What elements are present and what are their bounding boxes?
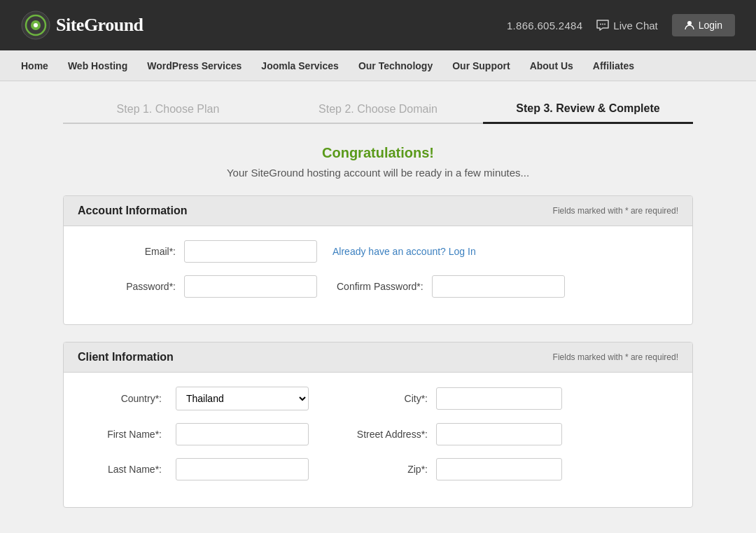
congrats-title: Congratulations! [28, 145, 728, 161]
nav-our-technology[interactable]: Our Technology [358, 60, 433, 71]
street-address-input[interactable] [436, 423, 562, 445]
step-3: Step 3. Review & Complete [483, 102, 693, 124]
step-2: Step 2. Choose Domain [273, 103, 483, 124]
account-note: Fields marked with * are required! [553, 206, 678, 216]
country-select[interactable]: Thailand United States United Kingdom Ge… [176, 387, 309, 410]
chat-icon [596, 20, 609, 31]
client-section: Client Information Fields marked with * … [63, 342, 693, 508]
confirm-password-label: Confirm Password*: [337, 281, 424, 292]
nav-our-support[interactable]: Our Support [452, 60, 510, 71]
city-group: City*: [337, 387, 562, 410]
country-label: Country*: [78, 393, 162, 404]
header: SiteGround 1.866.605.2484 Live Chat Logi… [0, 0, 756, 50]
first-name-input[interactable] [176, 423, 309, 445]
login-link[interactable]: Already have an account? Log In [332, 246, 476, 257]
svg-point-7 [687, 21, 692, 25]
nav-joomla-services[interactable]: Joomla Services [261, 60, 339, 71]
client-body: Country*: Thailand United States United … [64, 373, 692, 507]
account-section: Account Information Fields marked with *… [63, 195, 693, 325]
nav-wordpress-services[interactable]: WordPress Services [147, 60, 241, 71]
steps-bar: Step 1. Choose Plan Step 2. Choose Domai… [63, 102, 693, 124]
email-label: Email*: [78, 246, 176, 257]
password-input[interactable] [184, 275, 317, 298]
login-button[interactable]: Login [672, 14, 735, 36]
client-title: Client Information [78, 351, 174, 364]
zip-input[interactable] [436, 458, 562, 480]
confirm-password-input[interactable] [432, 275, 565, 298]
country-city-row: Country*: Thailand United States United … [78, 387, 678, 410]
nav-web-hosting[interactable]: Web Hosting [68, 60, 127, 71]
account-title: Account Information [78, 205, 187, 217]
main-nav: Home Web Hosting WordPress Services Joom… [0, 50, 756, 81]
logo-icon [21, 11, 50, 40]
login-label: Login [699, 20, 722, 31]
phone-number: 1.866.605.2484 [507, 20, 582, 32]
account-body: Email*: Already have an account? Log In … [64, 226, 692, 324]
svg-point-6 [604, 24, 606, 25]
main-content: Step 1. Choose Plan Step 2. Choose Domai… [0, 81, 756, 533]
header-right: 1.866.605.2484 Live Chat Login [507, 14, 735, 36]
live-chat-button[interactable]: Live Chat [596, 20, 657, 32]
first-name-label: First Name*: [78, 429, 162, 440]
email-row: Email*: Already have an account? Log In [78, 240, 678, 263]
email-input[interactable] [184, 240, 317, 263]
logo-area: SiteGround [21, 11, 144, 40]
svg-point-4 [600, 24, 601, 25]
password-label: Password*: [78, 281, 176, 292]
street-group: Street Address*: [337, 423, 562, 445]
last-name-input[interactable] [176, 458, 309, 480]
city-label: City*: [337, 393, 428, 404]
zip-label: Zip*: [337, 464, 428, 475]
congrats-subtitle: Your SiteGround hosting account will be … [28, 167, 728, 179]
password-row: Password*: Confirm Password*: [78, 275, 678, 298]
nav-about-us[interactable]: About Us [530, 60, 573, 71]
logo-text: SiteGround [56, 15, 144, 36]
user-icon [685, 20, 694, 30]
step-1: Step 1. Choose Plan [63, 103, 273, 124]
street-address-label: Street Address*: [337, 429, 428, 440]
svg-point-3 [34, 23, 38, 27]
nav-affiliates[interactable]: Affiliates [593, 60, 634, 71]
congrats-section: Congratulations! Your SiteGround hosting… [28, 145, 728, 179]
svg-point-5 [602, 24, 603, 25]
lastname-zip-row: Last Name*: Zip*: [78, 458, 678, 480]
nav-home[interactable]: Home [21, 60, 48, 71]
zip-group: Zip*: [337, 458, 562, 480]
client-header: Client Information Fields marked with * … [64, 342, 692, 373]
firstname-address-row: First Name*: Street Address*: [78, 423, 678, 445]
live-chat-label: Live Chat [613, 20, 657, 32]
account-header: Account Information Fields marked with *… [64, 196, 692, 226]
last-name-label: Last Name*: [78, 464, 162, 475]
city-input[interactable] [436, 387, 562, 410]
client-note: Fields marked with * are required! [553, 352, 678, 362]
